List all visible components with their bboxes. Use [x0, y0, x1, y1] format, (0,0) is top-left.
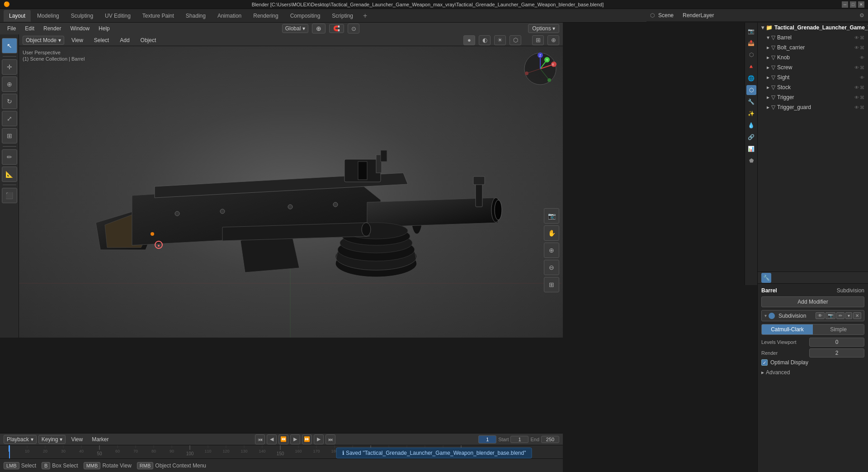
props-data-icon[interactable]: 📊	[746, 144, 756, 154]
pivot-point-btn[interactable]: ⊕	[312, 24, 326, 33]
zoom-in-btn[interactable]: ⊕	[544, 243, 559, 258]
add-modifier-button[interactable]: Add Modifier	[761, 296, 864, 307]
annotate-tool[interactable]: ✏	[2, 149, 17, 165]
select-tool[interactable]: ↖	[2, 38, 17, 53]
viewport-shading-rendered[interactable]: ☀	[494, 35, 506, 45]
menu-file[interactable]: File	[4, 24, 19, 33]
cursor-tool[interactable]: ✛	[2, 59, 17, 75]
modifier-display-toggle[interactable]: 👁	[816, 312, 825, 319]
modifier-edit-toggle[interactable]: ✏	[836, 312, 844, 319]
object-mode-select[interactable]: Object Mode ▾	[23, 36, 64, 45]
outliner-item-bolt-carrier[interactable]: ▸ ▽ Bolt_carrier 👁 ⌘	[758, 43, 868, 52]
start-frame-input[interactable]: 1	[510, 436, 528, 443]
tab-animation[interactable]: Animation	[212, 10, 247, 22]
modifier-expand-btn[interactable]: ▾	[845, 312, 852, 319]
optimal-display-checkbox[interactable]: ✓	[761, 359, 768, 366]
props-scene-icon[interactable]: 🔺	[746, 62, 756, 72]
tab-compositing[interactable]: Compositing	[285, 10, 326, 22]
timeline-marker-menu[interactable]: Marker	[88, 435, 112, 443]
props-physics-icon[interactable]: 💧	[746, 120, 756, 130]
modifier-close-btn[interactable]: ✕	[853, 312, 861, 319]
viewport-shading-material[interactable]: ◐	[479, 35, 491, 45]
select-menu[interactable]: Select	[90, 36, 113, 44]
hand-pan-btn[interactable]: ✋	[544, 225, 559, 241]
keying-select[interactable]: Keying▾	[38, 435, 66, 444]
tab-sculpting[interactable]: Sculpting	[66, 10, 99, 22]
measure-tool[interactable]: 📐	[2, 167, 17, 182]
prev-keyframe-btn[interactable]: ⏪	[278, 434, 288, 444]
add-workspace-button[interactable]: +	[359, 12, 371, 20]
viewport-3d[interactable]: User Perspective (1) Scene Collection | …	[19, 46, 563, 338]
end-frame-input[interactable]: 250	[541, 436, 559, 443]
jump-end-btn[interactable]: ⏭	[326, 434, 335, 444]
add-cube-tool[interactable]: ⬛	[2, 188, 17, 203]
advanced-section[interactable]: ▸ Advanced	[761, 367, 864, 377]
tab-modeling[interactable]: Modeling	[32, 10, 65, 22]
prev-frame-btn[interactable]: ◀	[267, 434, 277, 444]
props-view-layer-icon[interactable]: ⬡	[746, 50, 756, 60]
viewport-overlays[interactable]: ⊞	[532, 35, 544, 45]
next-frame-btn[interactable]: ▶	[314, 434, 324, 444]
move-tool[interactable]: ⊕	[2, 76, 17, 92]
outliner-item-trigger[interactable]: ▸ ▽ Trigger 👁 ⌘	[758, 92, 868, 102]
snap-toggle[interactable]: 🧲	[329, 24, 344, 33]
tab-layout[interactable]: Layout	[4, 10, 31, 22]
menu-window[interactable]: Window	[66, 24, 93, 33]
outliner-item-screw[interactable]: ▸ ▽ Screw 👁 ⌘	[758, 62, 868, 72]
tab-rendering[interactable]: Rendering	[248, 10, 283, 22]
options-btn[interactable]: Options ▾	[528, 24, 559, 33]
current-frame-input[interactable]: 1	[478, 435, 496, 443]
outliner-item-knob[interactable]: ▸ ▽ Knob 👁	[758, 52, 868, 62]
zoom-out-btn[interactable]: ⊖	[544, 260, 559, 275]
menu-edit[interactable]: Edit	[21, 24, 38, 33]
play-btn[interactable]: ▶	[290, 434, 300, 444]
add-menu[interactable]: Add	[116, 36, 133, 44]
props-constraints-icon[interactable]: 🔗	[746, 132, 756, 142]
viewport-shading-wireframe[interactable]: ⬡	[509, 35, 521, 45]
props-particles-icon[interactable]: ✨	[746, 109, 756, 119]
global-transform-select[interactable]: Global▾	[282, 24, 309, 33]
navigation-gizmo[interactable]: X Y Z	[522, 51, 558, 87]
next-keyframe-btn[interactable]: ⏩	[302, 434, 312, 444]
render-level-value[interactable]: 2	[809, 348, 864, 358]
levels-viewport-value[interactable]: 0	[809, 338, 864, 347]
props-modifier-icon[interactable]: 🔧	[746, 97, 756, 107]
props-world-icon[interactable]: 🌐	[746, 73, 756, 83]
viewport-shading-solid[interactable]: ●	[463, 35, 475, 45]
outliner-scene-collection[interactable]: ▾ 📁 Tactical_Grenade_Launcher_Game_Weapo…	[758, 23, 868, 33]
tab-uv-editing[interactable]: UV Editing	[99, 10, 136, 22]
minimize-button[interactable]: ─	[842, 1, 848, 8]
camera-view-btn[interactable]: 📷	[544, 208, 559, 224]
modifier-toggle[interactable]: ▾	[764, 313, 767, 318]
props-render-icon[interactable]: 📷	[746, 26, 756, 36]
playback-select[interactable]: Playback ▾	[4, 435, 37, 444]
outliner-item-trigger-guard[interactable]: ▸ ▽ Trigger_guard 👁 ⌘	[758, 102, 868, 112]
simple-tab[interactable]: Simple	[813, 324, 864, 334]
jump-start-btn[interactable]: ⏮	[255, 434, 265, 444]
menu-help[interactable]: Help	[95, 24, 113, 33]
tab-shading[interactable]: Shading	[180, 10, 211, 22]
proportional-edit[interactable]: ⊙	[348, 24, 359, 33]
object-menu[interactable]: Object	[137, 36, 160, 44]
maximize-button[interactable]: □	[850, 1, 856, 8]
rotate-tool[interactable]: ↻	[2, 94, 17, 109]
tab-scripting[interactable]: Scripting	[326, 10, 359, 22]
menu-render[interactable]: Render	[40, 24, 65, 33]
scale-tool[interactable]: ⤢	[2, 111, 17, 126]
timeline-view-menu[interactable]: View	[67, 435, 86, 443]
props-output-icon[interactable]: 📤	[746, 38, 756, 48]
modifier-render-toggle[interactable]: 📷	[826, 312, 835, 319]
ortho-view-btn[interactable]: ⊞	[544, 277, 559, 292]
props-icon-wrench[interactable]: 🔧	[761, 273, 771, 283]
viewport-gizmos[interactable]: ⊕	[547, 35, 559, 45]
outliner-item-stock[interactable]: ▸ ▽ Stock 👁 ⌘	[758, 82, 868, 92]
filter-icon[interactable]: ⚙	[859, 12, 864, 19]
outliner-item-barrel[interactable]: ▾ ▽ Barrel 👁 ⌘	[758, 33, 868, 43]
optimal-display-row[interactable]: ✓ Optimal Display	[761, 359, 864, 366]
close-button[interactable]: ✕	[858, 1, 864, 8]
catmull-clark-tab[interactable]: Catmull-Clark	[762, 324, 813, 334]
view-menu[interactable]: View	[68, 36, 87, 44]
outliner-item-sight[interactable]: ▸ ▽ Sight 👁	[758, 72, 868, 82]
props-material-icon[interactable]: ⬟	[746, 156, 756, 166]
props-object-icon[interactable]: ⬡	[746, 85, 756, 95]
